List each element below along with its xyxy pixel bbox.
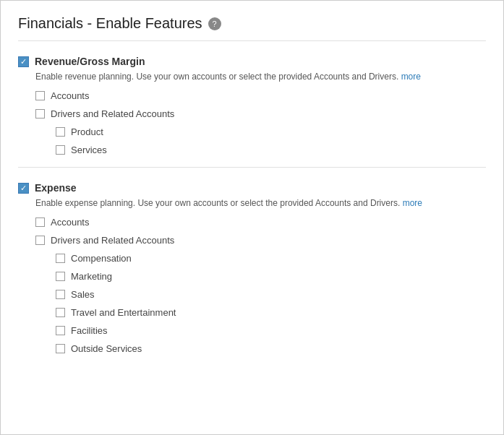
- option-item-exp_compensation: Compensation: [56, 253, 486, 264]
- checkbox-exp_travel[interactable]: [56, 308, 65, 317]
- sections-container: Revenue/Gross MarginEnable revenue plann…: [18, 56, 486, 354]
- option-label-exp_marketing: Marketing: [71, 271, 112, 282]
- option-item-exp_marketing: Marketing: [56, 271, 486, 282]
- checkbox-revenue[interactable]: [18, 56, 29, 67]
- option-item-exp_travel: Travel and Entertainment: [56, 307, 486, 318]
- section-description-expense: Enable expense planning. Use your own ac…: [35, 198, 486, 208]
- checkbox-exp_drivers[interactable]: [35, 236, 45, 245]
- checkbox-exp_accounts[interactable]: [35, 218, 45, 227]
- option-label-exp_accounts: Accounts: [51, 217, 89, 228]
- section-divider: [18, 167, 486, 168]
- option-label-exp_drivers: Drivers and Related Accounts: [51, 235, 174, 246]
- help-icon[interactable]: ?: [208, 17, 221, 30]
- checkbox-exp_compensation[interactable]: [56, 254, 65, 263]
- more-link-expense[interactable]: more: [403, 198, 422, 208]
- option-label-rev_product: Product: [71, 126, 103, 137]
- option-item-exp_facilities: Facilities: [56, 325, 486, 336]
- section-title-revenue: Revenue/Gross Margin: [35, 56, 145, 67]
- checkbox-rev_product[interactable]: [56, 127, 65, 137]
- options-group-revenue: AccountsDrivers and Related AccountsProd…: [35, 90, 486, 155]
- option-label-exp_outside: Outside Services: [71, 343, 142, 354]
- more-link-revenue[interactable]: more: [401, 72, 421, 82]
- option-item-rev_services: Services: [56, 145, 486, 155]
- option-label-exp_travel: Travel and Entertainment: [71, 307, 176, 318]
- option-item-exp_outside: Outside Services: [56, 343, 486, 354]
- options-group-expense: AccountsDrivers and Related AccountsComp…: [35, 217, 486, 354]
- option-item-rev_accounts: Accounts: [35, 90, 486, 101]
- option-item-exp_accounts: Accounts: [35, 217, 486, 228]
- checkbox-exp_facilities[interactable]: [56, 326, 65, 335]
- option-label-rev_services: Services: [71, 145, 107, 155]
- section-header-revenue: Revenue/Gross Margin: [18, 56, 486, 67]
- section-revenue: Revenue/Gross MarginEnable revenue plann…: [18, 56, 486, 168]
- option-item-rev_product: Product: [56, 126, 486, 137]
- page-header: Financials - Enable Features ?: [18, 15, 486, 41]
- checkbox-exp_marketing[interactable]: [56, 272, 65, 281]
- option-label-rev_accounts: Accounts: [51, 90, 89, 101]
- checkbox-exp_sales[interactable]: [56, 290, 65, 299]
- option-item-exp_sales: Sales: [56, 289, 486, 300]
- checkbox-rev_drivers[interactable]: [35, 109, 45, 119]
- option-item-exp_drivers: Drivers and Related Accounts: [35, 235, 486, 246]
- option-label-rev_drivers: Drivers and Related Accounts: [51, 108, 174, 119]
- page-title: Financials - Enable Features: [18, 15, 202, 32]
- option-label-exp_compensation: Compensation: [71, 253, 132, 264]
- page-container: Financials - Enable Features ? Revenue/G…: [0, 0, 504, 435]
- option-label-exp_sales: Sales: [71, 289, 95, 300]
- section-header-expense: Expense: [18, 182, 486, 194]
- option-label-exp_facilities: Facilities: [71, 325, 108, 336]
- option-item-rev_drivers: Drivers and Related Accounts: [35, 108, 486, 119]
- checkbox-rev_services[interactable]: [56, 145, 65, 155]
- checkbox-rev_accounts[interactable]: [35, 91, 45, 100]
- checkbox-exp_outside[interactable]: [56, 344, 65, 353]
- section-expense: ExpenseEnable expense planning. Use your…: [18, 182, 486, 354]
- section-description-revenue: Enable revenue planning. Use your own ac…: [35, 72, 486, 82]
- section-title-expense: Expense: [35, 182, 77, 194]
- checkbox-expense[interactable]: [18, 183, 29, 194]
